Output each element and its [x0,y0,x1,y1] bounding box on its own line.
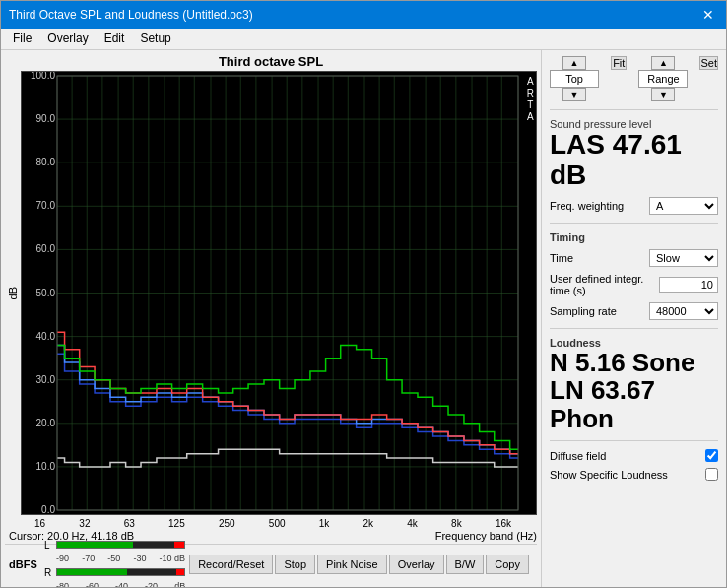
dbfs-tick-r-80: -80 [56,581,69,587]
dbfs-tick-r-60: -60 [86,581,99,587]
fit-label: Fit [613,57,625,69]
dbfs-label: dBFS [9,558,40,570]
close-button[interactable]: ✕ [698,7,718,23]
x-axis-labels: 16 32 63 125 250 500 1k 2k 4k 8k 16k [5,517,537,530]
x-tick-2k: 2k [364,518,374,529]
loudness-value-line2: LN 63.67 Phon [550,376,718,432]
range-spin: ▲ Range ▼ [638,56,688,101]
menu-overlay[interactable]: Overlay [39,31,96,47]
overlay-button[interactable]: Overlay [389,555,444,574]
spl-section: Sound pressure level LAS 47.61 dB [550,118,718,191]
dbfs-tick-r-db: dB [174,581,185,587]
range-value: Range [638,70,688,88]
x-tick-32: 32 [79,518,90,529]
l-channel-label: L [44,540,52,551]
freq-weighting-select[interactable]: ABCZ [649,197,718,215]
fit-button[interactable]: Fit [611,56,627,70]
x-tick-4k: 4k [407,518,418,529]
menu-bar: File Overlay Edit Setup [1,29,726,50]
time-label: Time [550,252,645,264]
arta-label: ARTA [527,76,534,123]
diffuse-field-checkbox[interactable] [705,449,718,462]
sampling-rate-label: Sampling rate [550,305,645,317]
diffuse-field-label: Diffuse field [550,450,701,462]
bw-button[interactable]: B/W [446,555,485,574]
dbfs-tick-50: -50 [107,554,120,563]
x-tick-250: 250 [219,518,235,529]
freq-weighting-row: Freq. weighting ABCZ [550,197,718,215]
show-specific-loudness-label: Show Specific Loudness [550,469,701,481]
user-integr-input[interactable] [659,277,718,293]
sampling-rate-row: Sampling rate 4800044100 [550,302,718,320]
chart-area: Third octave SPL dB ARTA 16 32 63 125 25… [1,50,541,587]
dbfs-bar: dBFS L -90 -70 -50 - [5,544,537,583]
set-label: Set [700,57,717,69]
r-channel-label: R [44,567,52,578]
top-down-button[interactable]: ▼ [562,88,586,101]
x-tick-63: 63 [124,518,135,529]
chart-title: Third octave SPL [5,54,537,69]
copy-button[interactable]: Copy [486,555,529,574]
main-content: Third octave SPL dB ARTA 16 32 63 125 25… [1,50,726,587]
spl-value: LAS 47.61 dB [550,130,718,191]
main-window: Third Octave SPL and Loudness (Untitled.… [0,0,727,588]
bottom-buttons: Record/Reset Stop Pink Noise Overlay B/W… [185,555,533,574]
freq-band-label: Frequency band (Hz) [435,530,537,542]
loudness-section: Loudness N 5.16 Sone LN 63.67 Phon [550,337,718,433]
record-reset-button[interactable]: Record/Reset [189,555,273,574]
chart-wrapper: dB ARTA [5,71,537,515]
x-tick-1k: 1k [319,518,330,529]
dbfs-tick-90: -90 [56,554,69,563]
chart-canvas [22,72,536,514]
top-up-button[interactable]: ▲ [562,56,586,70]
timing-title: Timing [550,231,718,243]
top-range-controls: ▲ Top ▼ Fit ▲ Range ▼ Set [550,56,718,101]
freq-weighting-label: Freq. weighting [550,200,645,212]
x-tick-16: 16 [34,518,45,529]
chart-container: ARTA [21,71,537,515]
right-panel: ▲ Top ▼ Fit ▲ Range ▼ Set Sou [541,50,726,587]
set-button[interactable]: Set [699,56,718,70]
menu-edit[interactable]: Edit [97,31,133,47]
range-down-button[interactable]: ▼ [651,88,675,101]
divider-3 [550,328,718,329]
show-specific-loudness-checkbox[interactable] [705,468,718,481]
dbfs-tick-30: -30 [133,554,146,563]
stop-button[interactable]: Stop [275,555,315,574]
diffuse-field-row: Diffuse field [550,449,718,462]
dbfs-tick-70: -70 [82,554,95,563]
window-title: Third Octave SPL and Loudness (Untitled.… [9,8,253,22]
loudness-title: Loudness [550,337,718,349]
dbfs-tick-r-20: -20 [145,581,158,587]
range-up-button[interactable]: ▲ [651,56,675,70]
show-specific-loudness-row: Show Specific Loudness [550,468,718,481]
divider-2 [550,223,718,224]
divider-1 [550,109,718,110]
dbfs-tick-r-40: -40 [115,581,128,587]
x-tick-8k: 8k [451,518,462,529]
x-tick-16k: 16k [496,518,511,529]
pink-noise-button[interactable]: Pink Noise [317,555,387,574]
time-select[interactable]: SlowFast [649,249,718,267]
loudness-value-line1: N 5.16 Sone [550,349,718,377]
time-row: Time SlowFast [550,249,718,267]
meter-container: L -90 -70 -50 -30 -10 dB [44,537,185,587]
menu-file[interactable]: File [5,31,39,47]
menu-setup[interactable]: Setup [132,31,178,47]
user-integr-row: User defined integr. time (s) [550,273,718,296]
user-integr-label: User defined integr. time (s) [550,273,655,296]
divider-4 [550,440,718,441]
x-tick-125: 125 [168,518,185,529]
top-spin: ▲ Top ▼ [550,56,599,101]
y-axis-label: dB [5,287,21,299]
dbfs-tick-10: -10 dB [160,554,186,563]
sampling-rate-select[interactable]: 4800044100 [649,302,718,320]
title-bar: Third Octave SPL and Loudness (Untitled.… [1,1,726,29]
top-value: Top [550,70,599,88]
x-tick-500: 500 [269,518,286,529]
